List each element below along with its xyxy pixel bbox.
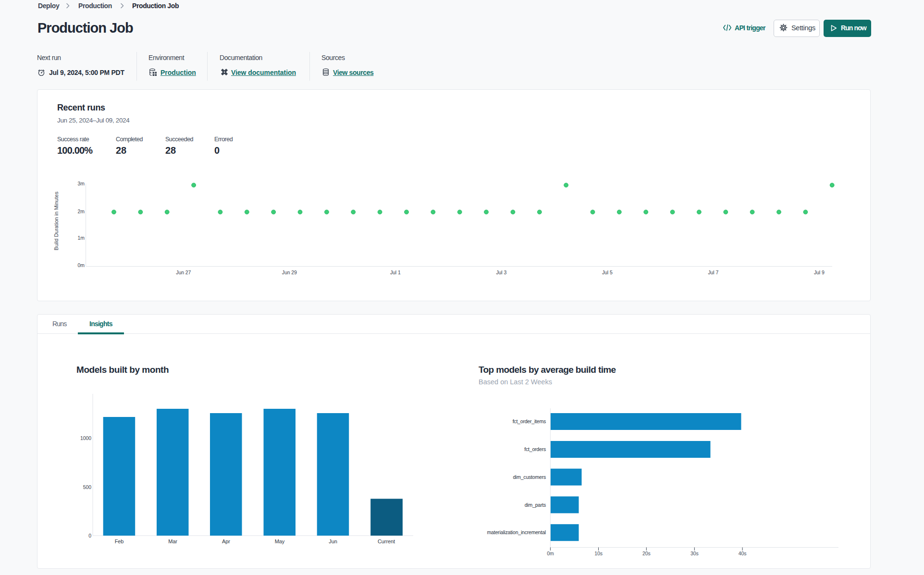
svg-text:Jun: Jun: [329, 538, 337, 544]
svg-text:fct_orders: fct_orders: [524, 446, 546, 452]
svg-text:dim_parts: dim_parts: [525, 502, 546, 508]
svg-text:500: 500: [83, 484, 91, 490]
svg-text:0m: 0m: [78, 262, 85, 268]
svg-text:Jun 29: Jun 29: [282, 269, 297, 275]
svg-text:0m: 0m: [547, 551, 554, 556]
svg-text:10s: 10s: [594, 551, 603, 556]
svg-text:2m: 2m: [78, 208, 85, 214]
svg-text:Mar: Mar: [168, 538, 177, 544]
svg-text:1000: 1000: [80, 435, 91, 441]
svg-text:3m: 3m: [78, 181, 85, 186]
svg-text:20s: 20s: [642, 551, 651, 556]
svg-text:Jul 3: Jul 3: [496, 269, 506, 275]
svg-text:Jul 7: Jul 7: [708, 269, 718, 275]
svg-text:1m: 1m: [78, 235, 85, 241]
svg-text:Current: Current: [378, 538, 395, 544]
svg-text:fct_order_items: fct_order_items: [513, 418, 546, 424]
svg-text:Build Duration in Minutes: Build Duration in Minutes: [53, 191, 59, 250]
svg-text:Jul 9: Jul 9: [814, 269, 825, 275]
svg-text:dim_customers: dim_customers: [513, 474, 546, 480]
svg-text:30s: 30s: [690, 551, 699, 556]
svg-text:0: 0: [88, 533, 91, 538]
svg-text:materialization_incremental: materialization_incremental: [487, 529, 546, 535]
svg-text:Feb: Feb: [115, 538, 124, 544]
svg-text:Jul 5: Jul 5: [602, 269, 613, 275]
svg-text:Jun 27: Jun 27: [176, 269, 191, 275]
svg-text:Jul 1: Jul 1: [390, 269, 401, 275]
svg-text:40s: 40s: [739, 551, 747, 556]
svg-text:May: May: [275, 538, 285, 544]
svg-text:Apr: Apr: [222, 538, 230, 544]
